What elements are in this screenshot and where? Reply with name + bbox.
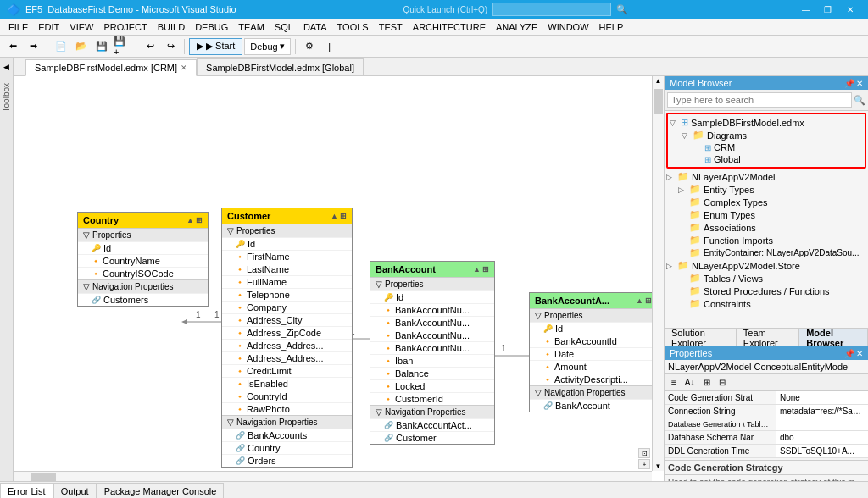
separator-4 [295,39,296,54]
tree-item-global[interactable]: ⊞ Global [693,153,863,165]
tab-output[interactable]: Output [53,483,97,498]
properties-close[interactable]: ✕ [856,349,863,358]
tree-item-model-root[interactable]: ▽ ⊞ SampleDBFirstModel.edmx [670,116,863,129]
redo-button[interactable]: ↪ [161,37,180,56]
canvas-area[interactable]: 1 1 1 1 Country ▲ ⊞ ▽ Properties [14,76,665,481]
entity-customer-expand[interactable]: ▲ [331,212,338,220]
new-button[interactable]: 📄 [52,37,70,56]
save-all-button[interactable]: 💾+ [113,37,131,56]
entity-customer-nav-header[interactable]: ▽ Navigation Properties [222,415,352,429]
prop-expand-icon[interactable]: ⊞ [700,376,714,389]
scroll-up-arrow[interactable]: ▲ [654,76,663,86]
model-browser-pin[interactable]: 📌 [844,79,854,88]
menu-help[interactable]: HELP [594,19,629,36]
menu-window[interactable]: WINDOW [542,19,593,36]
tree-item-enum-types[interactable]: 📁 Enum Types [678,208,866,221]
start-button[interactable]: ▶ ▶ Start [189,38,242,55]
entity-baa-props-header[interactable]: ▽ Properties [530,308,657,322]
entity-baa-expand[interactable]: ▲ [636,296,643,305]
minimize-button[interactable]: — [795,0,817,19]
menu-tools[interactable]: TOOLS [332,19,374,36]
undo-button[interactable]: ↩ [141,37,159,56]
menu-view[interactable]: VIEW [64,19,98,36]
tab-crm[interactable]: SampleDBFirstModel.edmx [CRM] ✕ [25,59,197,76]
title-bar: 🔷 EF5_DatabaseFirst Demo - Microsoft Vis… [0,0,868,19]
entity-country[interactable]: Country ▲ ⊞ ▽ Properties 🔑 Id 🔸 CountryN… [77,212,209,307]
model-browser-close[interactable]: ✕ [856,79,863,88]
entity-bankaccount-nav-header[interactable]: ▽ Navigation Properties [370,405,494,418]
entity-customer-header[interactable]: Customer ▲ ⊞ [222,208,352,224]
tab-global[interactable]: SampleDBFirstModel.edmx [Global] [197,58,364,75]
tree-item-associations[interactable]: 📁 Associations [678,221,866,234]
entity-customer-maximize[interactable]: ⊞ [340,212,347,220]
zoom-in-button[interactable]: + [638,459,650,469]
save-button[interactable]: 💾 [92,37,111,56]
entity-bankaccount-props-header[interactable]: ▽ Properties [370,277,494,290]
menu-build[interactable]: BUILD [153,19,190,36]
entity-country-header[interactable]: Country ▲ ⊞ [78,213,208,228]
entity-baa-maximize[interactable]: ⊞ [645,296,652,305]
entity-customer[interactable]: Customer ▲ ⊞ ▽ Properties 🔑 Id 🔸FirstNam… [221,208,353,468]
menu-architecture[interactable]: ARCHITECTURE [408,19,491,36]
tree-item-diagrams[interactable]: ▽ 📁 Diagrams [682,129,863,141]
tab-team-explorer[interactable]: Team Explorer [737,329,799,346]
vertical-scrollbar[interactable]: ▲ ▼ [652,76,664,471]
entity-country-maximize[interactable]: ⊞ [196,216,203,224]
tree-item-tables[interactable]: 📁 Tables / Views [678,272,866,285]
entity-bankaccount[interactable]: BankAccount ▲ ⊞ ▽ Properties 🔑Id 🔸BankAc… [370,261,495,445]
debug-config[interactable]: Debug ▾ [244,38,290,55]
entity-customer-props-header[interactable]: ▽ Properties [222,224,352,237]
close-button[interactable]: ✕ [839,0,861,19]
menu-team[interactable]: TEAM [233,19,270,36]
scroll-down-arrow[interactable]: ▼ [654,462,663,471]
entity-bankaccountactivity[interactable]: BankAccountA... ▲ ⊞ ▽ Properties 🔑Id 🔸Ba… [529,292,658,412]
entity-bankaccount-expand[interactable]: ▲ [473,265,481,274]
entity-bankaccount-header[interactable]: BankAccount ▲ ⊞ [370,262,494,277]
tree-item-function-imports[interactable]: 📁 Function Imports [678,234,866,246]
back-button[interactable]: ⬅ [3,37,22,56]
menu-debug[interactable]: DEBUG [190,19,233,36]
horizontal-scrollbar[interactable] [14,471,652,481]
entity-country-expand[interactable]: ▲ [186,216,194,224]
entity-baa-header[interactable]: BankAccountA... ▲ ⊞ [530,293,657,308]
prop-sort-icon[interactable]: ≡ [668,376,680,389]
tree-item-entity-container[interactable]: 📁 EntityContainer: NLayerAppV2DataSou... [678,246,866,259]
extra-button2[interactable]: | [320,37,339,56]
entity-country-nav-header[interactable]: ▽ Navigation Properties [78,279,208,293]
tree-item-crm[interactable]: ⊞ CRM [693,141,863,153]
prop-collapse-icon[interactable]: ⊟ [715,376,729,389]
menu-test[interactable]: TEST [374,19,408,36]
entity-bankaccount-maximize[interactable]: ⊞ [482,265,489,274]
tab-solution-explorer[interactable]: Solution Explorer [665,329,737,346]
menu-edit[interactable]: EDIT [33,19,64,36]
tree-item-complex-types[interactable]: 📁 Complex Types [678,196,866,208]
prop-alpha-icon[interactable]: A↓ [682,376,698,389]
menu-analyze[interactable]: ANALYZE [491,19,542,36]
open-button[interactable]: 📂 [72,37,91,56]
tree-item-stored-procs[interactable]: 📁 Stored Procedures / Functions [678,285,866,297]
folder-icon-ec: 📁 [689,247,701,258]
tree-item-nlayer[interactable]: ▷ 📁 NLayerAppV2Model [666,170,866,183]
properties-pin[interactable]: 📌 [844,349,854,358]
extra-button[interactable]: ⚙ [300,37,319,56]
tab-error-list[interactable]: Error List [0,483,53,498]
toolbox-label[interactable]: Toolbox [2,80,11,115]
tree-item-nlayer-store[interactable]: ▷ 📁 NLayerAppV2Model.Store [666,259,866,272]
tree-item-constraints[interactable]: 📁 Constraints [678,297,866,310]
tree-item-entity-types[interactable]: ▷ 📁 Entity Types [678,183,866,196]
search-input[interactable] [667,92,852,108]
tab-crm-close[interactable]: ✕ [181,64,187,72]
tab-scroll-left[interactable]: ◀ [0,58,14,76]
tab-package-manager[interactable]: Package Manager Console [97,483,225,498]
entity-country-props-header[interactable]: ▽ Properties [78,228,208,241]
restore-button[interactable]: ❐ [817,0,839,19]
menu-project[interactable]: PROJECT [98,19,152,36]
entity-baa-nav-header[interactable]: ▽ Navigation Properties [530,385,657,399]
tab-model-browser[interactable]: Model Browser [799,329,868,346]
forward-button[interactable]: ➡ [24,37,42,56]
entity-country-nav-customers: 🔗 Customers [78,293,208,306]
menu-data[interactable]: DATA [298,19,332,36]
menu-sql[interactable]: SQL [270,19,298,36]
zoom-fit-button[interactable]: ⊡ [638,448,650,458]
menu-file[interactable]: FILE [3,19,33,36]
